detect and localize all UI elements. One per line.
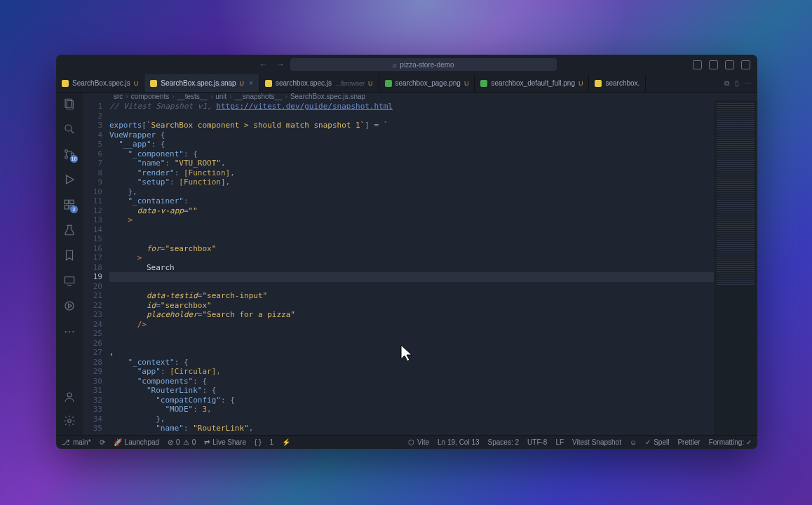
layout-customize-icon[interactable] [741,60,750,69]
js-icon [150,80,157,87]
minimap[interactable] [714,100,757,435]
extensions-icon[interactable]: 2 [62,198,76,212]
image-icon [480,80,487,87]
command-center[interactable]: ⌕ pizza-store-demo [290,58,557,71]
titlebar: ← → ⌕ pizza-store-demo [56,55,757,74]
error-icon: ⊘ [168,438,173,446]
branch-icon: ⎇ [62,438,70,446]
tab-searchbox-spec[interactable]: SearchBox.spec.js U [56,74,144,92]
prettier[interactable]: Prettier [677,438,700,446]
image-icon [385,80,392,87]
editor-window: ← → ⌕ pizza-store-demo SearchBox.spec.js… [56,55,757,449]
svg-point-4 [65,150,68,153]
sync-icon[interactable]: ⟳ [100,438,105,446]
rocket-icon: 🚀 [114,438,122,446]
svg-marker-16 [69,304,72,308]
layout-right-icon[interactable] [725,60,734,69]
minimap-content [717,103,755,285]
search-icon: ⌕ [393,61,397,69]
svg-line-3 [71,130,74,133]
ext-badge: 2 [70,206,78,213]
svg-point-2 [65,125,72,131]
search-icon[interactable] [62,122,76,136]
svg-point-15 [65,302,74,310]
nav-forward-icon[interactable]: → [276,60,285,69]
copy-icon[interactable]: ⧉ [724,79,729,88]
run-debug-icon[interactable] [62,173,76,187]
tab-searchbox-page-png[interactable]: searchbox_page.png U [379,74,475,92]
tab-bar: SearchBox.spec.js U SearchBox.spec.js.sn… [56,74,757,93]
spell-check[interactable]: ✓ Spell [645,438,669,446]
more-activity-icon[interactable]: ⋯ [62,324,76,338]
nav-back-icon[interactable]: ← [259,60,268,69]
playwright-icon[interactable] [62,299,76,313]
feedback-icon[interactable]: ☺ [630,438,637,446]
launchpad[interactable]: 🚀 Launchpad [114,438,160,446]
svg-point-5 [65,156,68,159]
layout-bottom-icon[interactable] [709,60,718,69]
live-share[interactable]: ⇄ Live Share [204,438,246,446]
eol[interactable]: LF [555,438,564,446]
close-tab-icon[interactable]: × [249,79,253,87]
remote-icon[interactable] [62,274,76,288]
tab-searchbox-snap[interactable]: SearchBox.spec.js.snap U × [144,74,259,92]
svg-point-18 [68,419,72,423]
tab-searchbox-default-png[interactable]: searchbox_default_full.png U [475,74,589,92]
warning-icon: ⚠ [183,438,189,446]
tab-searchbox-browser-spec[interactable]: searchbox.spec.js .../browser U [259,74,379,92]
editor[interactable]: 1234567891011121314151617181920212223242… [83,100,757,435]
indentation[interactable]: Spaces: 2 [488,438,519,446]
activity-bar: 16 2 ⋯ [56,93,83,435]
check-icon: ✓ [645,438,651,446]
svg-rect-10 [65,206,68,209]
thunder-icon[interactable]: ⚡ [282,438,290,446]
test-icon[interactable] [62,223,76,237]
problems[interactable]: ⊘0 ⚠0 [168,438,196,446]
branch-indicator[interactable]: ⎇ main* [62,438,91,446]
cursor-position[interactable]: Ln 19, Col 13 [438,438,480,446]
language-mode[interactable]: Vitest Snapshot [572,438,621,446]
liveshare-icon: ⇄ [204,438,210,446]
svg-marker-7 [67,175,74,184]
formatting[interactable]: Formatting: ✓ [709,438,752,446]
svg-rect-8 [65,200,68,203]
js-icon [62,80,69,87]
encoding[interactable]: UTF-8 [527,438,547,446]
more-icon[interactable]: ⋯ [745,79,752,87]
line-numbers: 1234567891011121314151617181920212223242… [83,100,109,435]
status-bar: ⎇ main* ⟳ 🚀 Launchpad ⊘0 ⚠0 ⇄ Live Share… [56,435,757,449]
bookmark-icon[interactable] [62,248,76,262]
code-content[interactable]: // Vitest Snapshot v1, https://vitest.de… [109,100,714,435]
svg-point-17 [67,393,72,397]
main-area: 16 2 ⋯ [56,93,757,435]
js-icon [265,80,272,87]
breadcrumb[interactable]: src› components› __tests__› unit› __snap… [83,93,757,100]
split-icon[interactable]: ▯ [735,79,739,87]
explorer-icon[interactable] [62,97,76,111]
source-control-icon[interactable]: 16 [62,147,76,161]
js-icon [595,80,602,87]
project-name: pizza-store-demo [400,61,454,69]
svg-rect-9 [70,200,74,203]
layout-left-icon[interactable] [693,60,702,69]
account-icon[interactable] [62,390,76,404]
scm-badge: 16 [70,155,78,163]
tab-overflow[interactable]: searchbox. [589,74,646,92]
brackets-indicator[interactable]: { } [255,438,261,446]
settings-icon[interactable] [62,414,76,428]
vite-indicator[interactable]: ⬡ Vite [408,438,429,446]
svg-rect-13 [65,277,74,283]
vite-icon: ⬡ [408,438,414,446]
